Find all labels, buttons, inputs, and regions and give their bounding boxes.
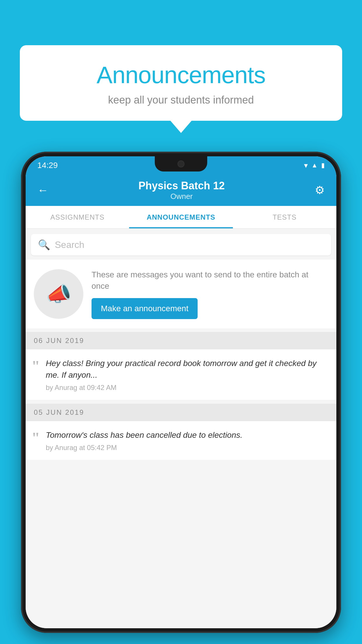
speech-bubble-container: Announcements keep all your students inf…	[20, 45, 342, 121]
search-icon: 🔍	[38, 239, 50, 251]
date-separator-1: 06 JUN 2019	[26, 332, 336, 349]
batch-title: Physics Batch 12	[138, 180, 225, 192]
announcement-text-area-2: Tomorrow's class has been cancelled due …	[46, 429, 328, 452]
megaphone-icon: 📣	[46, 282, 71, 306]
quote-icon-1: "	[31, 359, 40, 374]
app-content: 🔍 Search 📣 These are messages you want t…	[26, 229, 336, 628]
wifi-icon: ▾	[304, 161, 308, 170]
phone-notch	[155, 156, 207, 172]
date-separator-2: 05 JUN 2019	[26, 404, 336, 421]
tab-tests[interactable]: TESTS	[233, 206, 336, 228]
promo-description: These are messages you want to send to t…	[92, 269, 328, 292]
promo-icon-circle: 📣	[34, 269, 83, 319]
phone-body: 14:29 ▾ ▲ ▮ ← Physics Batch 12 Owner ⚙	[21, 152, 341, 633]
speech-bubble-title: Announcements	[37, 61, 325, 89]
date-label-1: 06 JUN 2019	[34, 337, 84, 344]
announcement-message-2: Tomorrow's class has been cancelled due …	[46, 429, 328, 441]
announcement-meta-2: by Anurag at 05:42 PM	[46, 444, 328, 452]
phone-screen: 14:29 ▾ ▲ ▮ ← Physics Batch 12 Owner ⚙	[26, 156, 336, 628]
tab-bar: ASSIGNMENTS ANNOUNCEMENTS TESTS	[26, 206, 336, 229]
promo-card: 📣 These are messages you want to send to…	[26, 260, 336, 328]
speech-bubble-subtitle: keep all your students informed	[37, 94, 325, 106]
app-header: ← Physics Batch 12 Owner ⚙	[26, 174, 336, 206]
status-time: 14:29	[37, 161, 58, 170]
quote-icon-2: "	[31, 430, 40, 446]
announcement-item-1[interactable]: " Hey class! Bring your practical record…	[26, 349, 336, 400]
make-announcement-button[interactable]: Make an announcement	[92, 298, 198, 319]
tab-announcements[interactable]: ANNOUNCEMENTS	[129, 206, 233, 228]
front-camera	[178, 160, 184, 167]
announcement-item-2[interactable]: " Tomorrow's class has been cancelled du…	[26, 421, 336, 460]
settings-icon[interactable]: ⚙	[315, 184, 325, 197]
speech-bubble: Announcements keep all your students inf…	[20, 45, 342, 121]
battery-icon: ▮	[321, 162, 325, 169]
batch-role: Owner	[138, 192, 225, 201]
back-button[interactable]: ←	[37, 184, 48, 197]
search-bar[interactable]: 🔍 Search	[31, 234, 331, 256]
date-label-2: 05 JUN 2019	[34, 408, 84, 416]
announcement-meta-1: by Anurag at 09:42 AM	[46, 384, 328, 392]
tab-assignments[interactable]: ASSIGNMENTS	[26, 206, 129, 228]
promo-text-area: These are messages you want to send to t…	[92, 269, 328, 319]
signal-icon: ▲	[311, 162, 318, 169]
search-placeholder: Search	[55, 239, 84, 250]
status-icons: ▾ ▲ ▮	[304, 161, 325, 170]
phone-mockup: 14:29 ▾ ▲ ▮ ← Physics Batch 12 Owner ⚙	[21, 152, 341, 633]
announcement-text-area-1: Hey class! Bring your practical record b…	[46, 358, 328, 391]
announcement-message-1: Hey class! Bring your practical record b…	[46, 358, 328, 380]
header-center: Physics Batch 12 Owner	[138, 180, 225, 201]
